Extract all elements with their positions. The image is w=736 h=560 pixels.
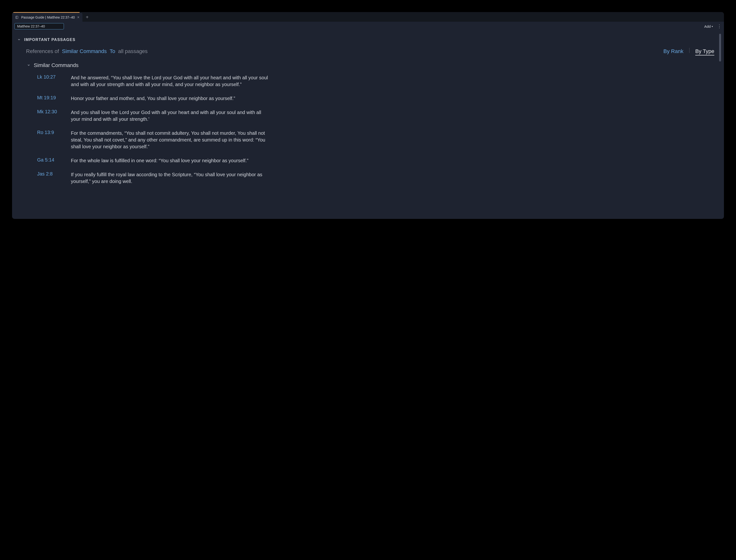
passage-list: Lk 10:27 And he answered, “You shall lov… — [17, 74, 714, 185]
passage-text: And you shall love the Lord your God wit… — [71, 109, 269, 122]
window-accent-bar — [12, 12, 80, 13]
passage-ref-link[interactable]: Ga 5:14 — [37, 157, 64, 164]
filter-row: References of Similar Commands To all pa… — [17, 48, 714, 55]
passage-text: For the whole law is fulfilled in one wo… — [71, 157, 248, 164]
passage-row: Mt 19:19 Honor your father and mother, a… — [37, 95, 714, 102]
filter-label-all-passages: all passages — [118, 48, 148, 54]
passage-row: Ro 13:9 For the commandments, “You shall… — [37, 130, 714, 150]
tab-bar: Passage Guide | Matthew 22:37–40 × + — [12, 12, 724, 22]
add-button[interactable]: Add ▾ — [704, 24, 713, 28]
subsection-title: Similar Commands — [34, 62, 79, 68]
more-menu-button[interactable]: ⋮ — [717, 24, 722, 28]
section-header[interactable]: Important Passages — [17, 38, 714, 42]
passage-text: If you really fulfill the royal law acco… — [71, 171, 269, 185]
passage-ref-link[interactable]: Ro 13:9 — [37, 130, 64, 150]
chevron-down-icon — [27, 63, 30, 67]
tab-passage-guide[interactable]: Passage Guide | Matthew 22:37–40 × — [12, 13, 82, 22]
scrollbar-track — [719, 34, 721, 214]
passage-ref-link[interactable]: Mk 12:30 — [37, 109, 64, 122]
filter-right: By Rank By Type — [663, 48, 714, 55]
svg-rect-0 — [16, 16, 18, 19]
chevron-down-icon — [17, 38, 21, 42]
passage-ref-link[interactable]: Mt 19:19 — [37, 95, 64, 102]
scrollbar-thumb[interactable] — [719, 34, 721, 61]
passage-text: And he answered, “You shall love the Lor… — [71, 74, 269, 88]
passage-row: Mk 12:30 And you shall love the Lord you… — [37, 109, 714, 122]
passage-row: Lk 10:27 And he answered, “You shall lov… — [37, 74, 714, 88]
content-area: Important Passages References of Similar… — [14, 31, 722, 216]
passage-input[interactable] — [14, 23, 64, 29]
chevron-down-icon: ▾ — [712, 25, 713, 28]
filter-left: References of Similar Commands To all pa… — [26, 48, 148, 54]
filter-link-to[interactable]: To — [110, 48, 115, 54]
close-icon[interactable]: × — [77, 15, 79, 19]
toolbar-right: Add ▾ ⋮ — [704, 24, 722, 28]
passage-text: For the commandments, “You shall not com… — [71, 130, 269, 150]
passage-ref-link[interactable]: Jas 2:8 — [37, 171, 64, 185]
toolbar: Add ▾ ⋮ — [12, 22, 724, 31]
new-tab-button[interactable]: + — [82, 14, 92, 20]
add-label: Add — [704, 24, 711, 28]
passage-row: Ga 5:14 For the whole law is fulfilled i… — [37, 157, 714, 164]
passage-ref-link[interactable]: Lk 10:27 — [37, 74, 64, 88]
passage-text: Honor your father and mother, and, You s… — [71, 95, 235, 102]
section-title: Important Passages — [24, 38, 75, 42]
passage-row: Jas 2:8 If you really fulfill the royal … — [37, 171, 714, 185]
app-window: Passage Guide | Matthew 22:37–40 × + Add… — [12, 12, 724, 219]
sort-by-rank[interactable]: By Rank — [663, 48, 683, 54]
book-icon — [15, 15, 19, 19]
subsection-header[interactable]: Similar Commands — [17, 62, 714, 68]
sort-by-type[interactable]: By Type — [695, 48, 714, 55]
tab-title: Passage Guide | Matthew 22:37–40 — [21, 15, 75, 19]
filter-label-references-of: References of — [26, 48, 59, 54]
filter-link-similar-commands[interactable]: Similar Commands — [62, 48, 107, 54]
